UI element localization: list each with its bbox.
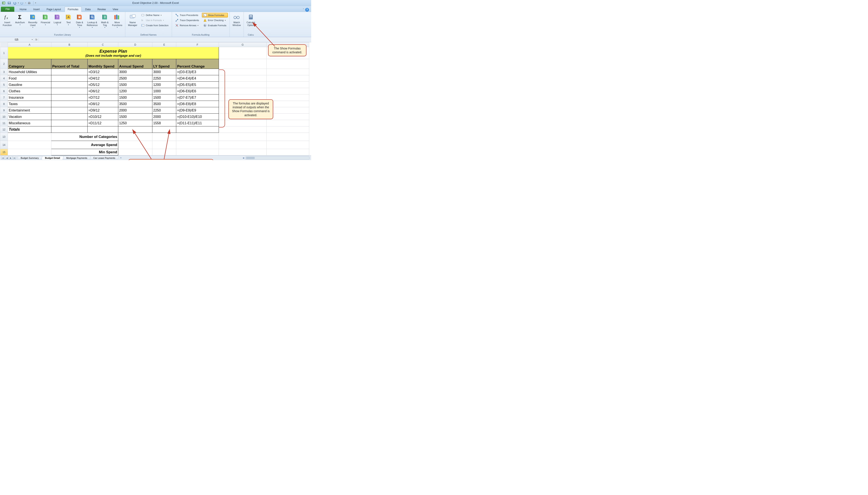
cell-value[interactable]: 1200 (118, 88, 152, 95)
cell[interactable] (51, 88, 88, 95)
row-header[interactable]: 14 (0, 141, 8, 149)
tab-formulas[interactable]: Formulas (65, 6, 82, 12)
cell[interactable] (51, 120, 88, 126)
lookup-reference-button[interactable]: Lookup & Reference ▾ (86, 13, 99, 29)
row-header[interactable]: 4 (0, 75, 8, 82)
cell[interactable] (266, 88, 309, 95)
summary-label[interactable]: Number of Categories (51, 133, 118, 141)
cell[interactable] (266, 141, 309, 149)
totals-cell[interactable]: Totals (8, 126, 51, 133)
cell-formula[interactable]: =D3/12 (88, 69, 118, 75)
date-time-button[interactable]: Date & Time ▾ (74, 13, 84, 29)
cell-value[interactable]: 2250 (152, 75, 176, 82)
help-icon[interactable]: ? (305, 8, 309, 12)
summary-label[interactable]: Min Spend (51, 149, 118, 155)
cell[interactable] (219, 82, 266, 88)
cell[interactable] (88, 126, 118, 133)
summary-label[interactable]: Average Spend (51, 141, 118, 149)
col-header[interactable]: D (118, 42, 152, 47)
row-header[interactable]: 13 (0, 133, 8, 141)
trace-precedents-button[interactable]: Trace Precedents (174, 13, 201, 17)
create-from-selection-button[interactable]: Create from Selection (140, 23, 170, 28)
cell-category[interactable]: Gasoline (8, 82, 51, 88)
cell[interactable] (176, 133, 219, 141)
cell[interactable] (8, 141, 51, 149)
recently-used-button[interactable]: ★ Recently Used ▾ (27, 13, 38, 29)
file-tab[interactable]: File (1, 6, 14, 12)
cell-value[interactable]: 1500 (152, 95, 176, 101)
cell-value[interactable]: 2000 (118, 107, 152, 114)
cell-value[interactable]: 1500 (118, 82, 152, 88)
save-icon[interactable] (7, 1, 12, 5)
cell[interactable] (152, 126, 176, 133)
minimize-ribbon-icon[interactable]: ˆ (303, 8, 304, 11)
header-cell[interactable]: Annual Spend (118, 59, 152, 69)
cell-category[interactable]: Taxes (8, 101, 51, 107)
cell[interactable] (266, 95, 309, 101)
cell-formula[interactable]: =(D6-E6)/E6 (176, 88, 219, 95)
cell-category[interactable]: Food (8, 75, 51, 82)
cell-category[interactable]: Miscellaneous (8, 120, 51, 126)
first-sheet-icon[interactable]: ⏮ (1, 156, 5, 160)
logical-button[interactable]: ? Logical ▾ (52, 13, 62, 27)
cell[interactable] (219, 69, 266, 75)
financial-button[interactable]: $ Financial ▾ (40, 13, 51, 27)
cell-value[interactable]: 3500 (152, 101, 176, 107)
row-header[interactable]: 7 (0, 95, 8, 101)
col-header[interactable]: G (219, 42, 266, 47)
cell[interactable] (176, 141, 219, 149)
cell-formula[interactable]: =D7/12 (88, 95, 118, 101)
new-sheet-icon[interactable]: ✦ (118, 157, 123, 159)
define-name-button[interactable]: Define Name ▾ (140, 13, 170, 17)
row-header[interactable]: 6 (0, 88, 8, 95)
cell-value[interactable]: 3500 (118, 101, 152, 107)
cell-value[interactable]: 2250 (152, 107, 176, 114)
header-cell[interactable]: Category (8, 59, 51, 69)
chevron-down-icon[interactable]: ▾ (32, 38, 33, 40)
cell[interactable] (51, 82, 88, 88)
more-functions-button[interactable]: More Functions ▾ (111, 13, 123, 29)
sheet-tab[interactable]: Mortgage Payments (63, 156, 91, 160)
cell[interactable] (219, 120, 266, 126)
row-header[interactable]: 3 (0, 69, 8, 75)
cell-value[interactable]: 2500 (118, 75, 152, 82)
row-header[interactable]: 12 (0, 126, 8, 133)
col-header[interactable]: A (8, 42, 51, 47)
cell[interactable] (266, 59, 309, 69)
cell-category[interactable]: Insurance (8, 95, 51, 101)
cell[interactable] (51, 69, 88, 75)
last-sheet-icon[interactable]: ⏭ (13, 156, 16, 160)
undo-dropdown-icon[interactable]: ▾ (18, 2, 19, 4)
sheet-tab[interactable]: Budget Detail (41, 156, 64, 160)
cell-value[interactable]: 2000 (152, 114, 176, 120)
excel-icon[interactable] (1, 1, 6, 5)
cell-value[interactable]: 1200 (152, 82, 176, 88)
quick-print-icon[interactable] (27, 1, 32, 5)
cell-formula[interactable]: =(D9-E9)/E9 (176, 107, 219, 114)
header-cell[interactable]: Percent Change (176, 59, 219, 69)
col-header[interactable]: F (176, 42, 219, 47)
cell-value[interactable]: 1558 (152, 120, 176, 126)
cell-formula[interactable]: =D10/12 (88, 114, 118, 120)
row-header[interactable]: 5 (0, 82, 8, 88)
evaluate-formula-button[interactable]: fx Evaluate Formula (202, 23, 228, 28)
row-header[interactable]: 2 (0, 59, 8, 69)
cell[interactable] (8, 149, 51, 155)
name-manager-button[interactable]: Name Manager (127, 13, 138, 27)
math-trig-button[interactable]: θ Math & Trig ▾ (100, 13, 110, 29)
row-header[interactable]: 11 (0, 120, 8, 126)
worksheet-grid[interactable]: A B C D E F G 1 Expense Plan (Does not i… (0, 42, 309, 155)
text-button[interactable]: A Text ▾ (64, 13, 73, 27)
col-header[interactable]: C (88, 42, 118, 47)
undo-icon[interactable] (12, 1, 17, 5)
tab-view[interactable]: View (109, 6, 121, 12)
autosum-button[interactable]: Σ AutoSum ▾ (14, 13, 26, 27)
cell[interactable] (176, 126, 219, 133)
calculation-options-button[interactable]: Calculat Option (245, 13, 256, 27)
row-header[interactable]: 10 (0, 114, 8, 120)
cell-formula[interactable]: =(D4-E4)/E4 (176, 75, 219, 82)
cell-value[interactable]: 1500 (118, 114, 152, 120)
cell[interactable] (219, 149, 266, 155)
cell[interactable] (266, 126, 309, 133)
row-header[interactable]: 1 (0, 47, 8, 59)
